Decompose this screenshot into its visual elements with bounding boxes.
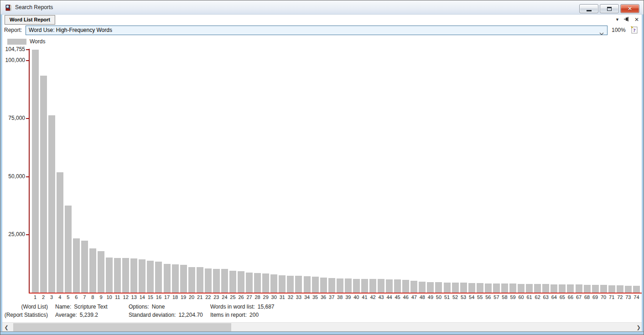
x-axis-label: 16 — [155, 294, 163, 300]
bar — [410, 281, 417, 293]
bar — [65, 206, 72, 293]
x-axis-label: 61 — [525, 294, 534, 300]
x-axis-label: 39 — [344, 294, 352, 300]
help-button[interactable]: ? — [630, 26, 638, 34]
legend-label: Words — [30, 38, 45, 45]
x-axis-label: 7 — [80, 294, 88, 300]
bar — [229, 271, 236, 293]
tab-list-dropdown-icon[interactable]: ▼ — [615, 18, 619, 22]
bar — [576, 284, 582, 293]
x-axis-label: 47 — [410, 294, 418, 300]
bar — [139, 259, 145, 293]
x-axis-label: 24 — [220, 294, 229, 300]
x-axis-label: 5 — [64, 294, 72, 300]
y-axis-tick — [26, 60, 29, 61]
stats-group-label: (Report Statistics) — [4, 312, 48, 318]
bar — [361, 279, 368, 293]
scroll-left-button[interactable]: ❮ — [2, 323, 10, 332]
stat-item: Name:Scripture Text — [55, 304, 108, 310]
bar — [542, 284, 549, 293]
zoom-level[interactable]: 100% — [612, 27, 627, 33]
x-axis-label: 26 — [237, 294, 245, 300]
bar — [254, 273, 261, 293]
close-button[interactable]: ✕ — [620, 4, 639, 13]
x-axis-label: 29 — [262, 294, 270, 300]
bar — [608, 285, 615, 293]
y-axis-tick-label: 100,000 — [1, 57, 25, 63]
bar — [221, 269, 228, 293]
x-axis-label: 73 — [624, 294, 632, 300]
bar — [279, 275, 286, 293]
y-axis-tick — [26, 118, 29, 119]
x-axis-label: 64 — [550, 294, 558, 300]
x-axis-label: 10 — [105, 294, 114, 300]
tab-word-list-report[interactable]: Word List Report — [5, 15, 55, 25]
horizontal-scrollbar[interactable]: ❮ ❯ — [2, 322, 643, 331]
bar — [197, 267, 203, 293]
x-axis-label: 8 — [88, 294, 97, 300]
bar — [130, 258, 137, 293]
bar — [172, 264, 179, 293]
close-report-icon[interactable]: ✕ — [634, 17, 639, 22]
bar — [485, 283, 492, 293]
bar — [188, 267, 195, 293]
x-axis-label: 17 — [163, 294, 171, 300]
bar — [435, 282, 442, 293]
x-axis-label: 38 — [336, 294, 344, 300]
pin-icon[interactable] — [624, 16, 630, 23]
report-statistics-row: (Report Statistics)Average:5,239.2Standa… — [2, 312, 643, 319]
stat-item: Average:5,239.2 — [55, 312, 98, 318]
x-axis-label: 69 — [591, 294, 599, 300]
x-axis-label: 3 — [47, 294, 56, 300]
stat-item: Standard deviation:12,204.70 — [129, 312, 203, 318]
x-axis-label: 46 — [402, 294, 410, 300]
x-axis-label: 25 — [229, 294, 237, 300]
svg-text:?: ? — [633, 27, 636, 33]
bar — [304, 276, 311, 293]
bar — [427, 282, 434, 293]
bar — [460, 283, 467, 293]
x-axis-label: 33 — [295, 294, 303, 300]
x-axis-label: 15 — [146, 294, 155, 300]
bar — [378, 279, 384, 293]
x-axis-label: 66 — [566, 294, 575, 300]
bar — [238, 271, 244, 293]
x-axis-label: 70 — [599, 294, 608, 300]
minimize-button[interactable] — [579, 4, 598, 13]
x-axis-label: 45 — [394, 294, 402, 300]
x-axis-label: 51 — [443, 294, 451, 300]
bar — [501, 283, 508, 293]
y-axis-line — [29, 49, 30, 293]
x-axis-label: 44 — [385, 294, 394, 300]
x-axis-label: 63 — [542, 294, 550, 300]
bar — [592, 285, 599, 293]
bar — [122, 258, 129, 293]
close-icon: ✕ — [628, 6, 632, 11]
x-axis-label: 40 — [352, 294, 360, 300]
maximize-button[interactable] — [600, 4, 619, 13]
minimize-icon — [587, 10, 592, 11]
x-axis-label: 59 — [509, 294, 517, 300]
x-axis-label: 22 — [204, 294, 212, 300]
bar — [81, 241, 88, 293]
bar — [444, 283, 451, 293]
search-reports-app-icon — [5, 4, 12, 11]
bar — [89, 248, 96, 293]
window-title: Search Reports — [15, 4, 53, 10]
bar — [584, 285, 591, 293]
bar — [617, 285, 623, 293]
bar — [180, 265, 187, 293]
stats-group-label: (Word List) — [4, 304, 48, 310]
x-axis-label: 31 — [278, 294, 286, 300]
x-axis-label: 57 — [492, 294, 500, 300]
titlebar[interactable]: Search Reports ✕ — [0, 0, 644, 15]
x-axis-label: 35 — [311, 294, 319, 300]
bar — [73, 238, 80, 293]
stat-item: Words in word list:15,687 — [210, 304, 275, 310]
x-axis-label: 56 — [484, 294, 492, 300]
bar — [320, 278, 327, 293]
scrollbar-thumb[interactable] — [13, 323, 231, 331]
window-border-bottom — [0, 331, 644, 335]
x-axis-line — [29, 293, 643, 294]
report-combobox[interactable]: Word Use: High-Frequency Words — [26, 26, 608, 35]
